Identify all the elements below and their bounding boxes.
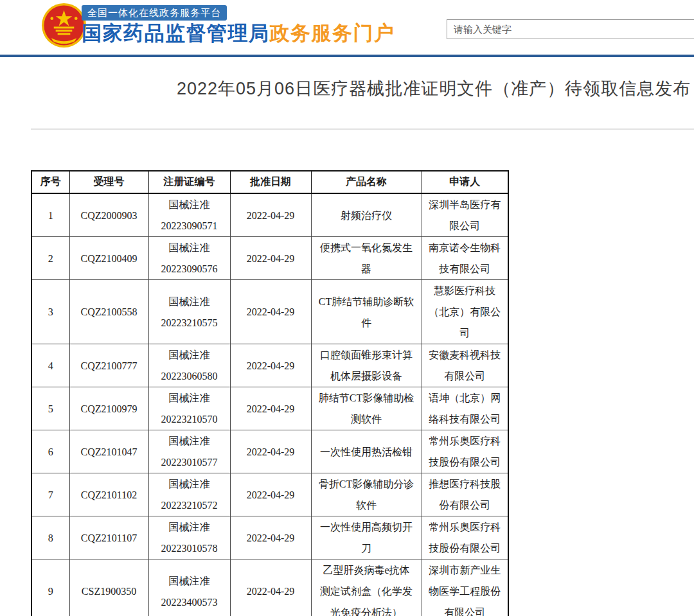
national-emblem-logo: [41, 3, 87, 48]
cell-applicant: 安徽麦科视科技有限公司: [422, 344, 508, 387]
cell-seq: 2: [31, 237, 69, 280]
cell-acceptance-no: CQZ2101047: [69, 430, 148, 473]
cell-applicant: 慧影医疗科技（北京）有限公司: [422, 280, 508, 344]
cell-approval-date: 2022-04-29: [230, 430, 311, 473]
search-input[interactable]: [447, 19, 694, 39]
table-row: 1CQZ2000903国械注准202230905712022-04-29射频治疗…: [31, 193, 508, 237]
reg-cert-prefix: 国械注准: [156, 344, 224, 365]
cell-reg-cert-no: 国械注准20223400573: [148, 559, 230, 616]
reg-cert-number: 20223210575: [156, 312, 224, 333]
table-row: 3CQZ2100558国械注准202232105752022-04-29CT肺结…: [31, 280, 508, 344]
approval-table: 序号受理号注册证编号批准日期产品名称申请人 1CQZ2000903国械注准202…: [31, 170, 509, 616]
cell-acceptance-no: CQZ2100979: [69, 387, 148, 430]
cell-applicant: 深圳市新产业生物医学工程股份有限公司: [422, 559, 508, 616]
column-header: 注册证编号: [148, 171, 230, 193]
cell-seq: 1: [31, 193, 69, 237]
reg-cert-number: 20223210572: [156, 495, 224, 516]
cell-seq: 3: [31, 280, 69, 344]
cell-acceptance-no: CQZ2000903: [69, 193, 148, 237]
cell-product-name: 一次性使用高频切开刀: [311, 516, 422, 559]
reg-cert-number: 20223400573: [156, 592, 224, 613]
reg-cert-number: 20223090576: [156, 258, 224, 279]
cell-seq: 9: [31, 559, 69, 616]
reg-cert-prefix: 国械注准: [156, 473, 224, 495]
reg-cert-prefix: 国械注准: [156, 387, 224, 409]
cell-seq: 6: [31, 430, 69, 473]
cell-applicant: 常州乐奥医疗科技股份有限公司: [422, 516, 508, 559]
cell-approval-date: 2022-04-29: [230, 237, 311, 280]
table-header-row: 序号受理号注册证编号批准日期产品名称申请人: [31, 171, 508, 193]
reg-cert-number: 20223060580: [156, 365, 224, 387]
reg-cert-number: 20223210570: [156, 409, 224, 430]
site-name: 国家药品监督管理局: [82, 22, 270, 44]
title-divider: [31, 128, 694, 130]
reg-cert-prefix: 国械注准: [156, 194, 224, 215]
reg-cert-prefix: 国械注准: [156, 237, 224, 258]
reg-cert-prefix: 国械注准: [156, 570, 224, 592]
header-titles: 全国一体化在线政务服务平台 国家药品监督管理局政务服务门户: [82, 5, 395, 44]
table-row: 4CQZ2100777国械注准202230605802022-04-29口腔颌面…: [31, 344, 508, 387]
reg-cert-prefix: 国械注准: [156, 291, 224, 312]
reg-cert-number: 20223010578: [156, 538, 224, 559]
cell-acceptance-no: CQZ2100777: [69, 344, 148, 387]
cell-applicant: 推想医疗科技股份有限公司: [422, 473, 508, 516]
cell-seq: 5: [31, 387, 69, 430]
header-divider-bar: [0, 55, 694, 57]
cell-approval-date: 2022-04-29: [230, 473, 311, 516]
cell-product-name: 射频治疗仪: [311, 193, 422, 237]
cell-applicant: 南京诺令生物科技有限公司: [422, 237, 508, 280]
reg-cert-number: 20223090571: [156, 215, 224, 236]
cell-approval-date: 2022-04-29: [230, 193, 311, 237]
column-header: 批准日期: [230, 171, 311, 193]
cell-seq: 4: [31, 344, 69, 387]
reg-cert-prefix: 国械注准: [156, 430, 224, 452]
cell-product-name: 一次性使用热活检钳: [311, 430, 422, 473]
table-row: 8CQZ2101107国械注准202230105782022-04-29一次性使…: [31, 516, 508, 559]
cell-product-name: 乙型肝炎病毒e抗体测定试剂盒（化学发光免疫分析法）: [311, 559, 422, 616]
cell-applicant: 语坤（北京）网络科技有限公司: [422, 387, 508, 430]
cell-reg-cert-no: 国械注准20223210575: [148, 280, 230, 344]
column-header: 产品名称: [311, 171, 422, 193]
cell-reg-cert-no: 国械注准20223090576: [148, 237, 230, 280]
cell-acceptance-no: CQZ2101107: [69, 516, 148, 559]
reg-cert-number: 20223010577: [156, 452, 224, 473]
column-header: 序号: [31, 171, 69, 193]
table-row: 7CQZ2101102国械注准202232105722022-04-29骨折CT…: [31, 473, 508, 516]
cell-applicant: 深圳半岛医疗有限公司: [422, 193, 508, 237]
cell-reg-cert-no: 国械注准20223210570: [148, 387, 230, 430]
cell-reg-cert-no: 国械注准20223010577: [148, 430, 230, 473]
cell-acceptance-no: CQZ2101102: [69, 473, 148, 516]
cell-acceptance-no: CSZ1900350: [69, 559, 148, 616]
cell-product-name: 便携式一氧化氮发生器: [311, 237, 422, 280]
cell-seq: 7: [31, 473, 69, 516]
reg-cert-prefix: 国械注准: [156, 516, 224, 538]
cell-product-name: 肺结节CT影像辅助检测软件: [311, 387, 422, 430]
cell-approval-date: 2022-04-29: [230, 344, 311, 387]
cell-product-name: CT肺结节辅助诊断软件: [311, 280, 422, 344]
page-title: 2022年05月06日医疗器械批准证明文件（准产）待领取信息发布: [177, 77, 691, 100]
cell-approval-date: 2022-04-29: [230, 387, 311, 430]
table-row: 6CQZ2101047国械注准202230105772022-04-29一次性使…: [31, 430, 508, 473]
cell-reg-cert-no: 国械注准20223210572: [148, 473, 230, 516]
site-name-suffix: 政务服务门户: [270, 22, 395, 44]
table-row: 2CQZ2100409国械注准202230905762022-04-29便携式一…: [31, 237, 508, 280]
column-header: 申请人: [422, 171, 508, 193]
cell-acceptance-no: CQZ2100409: [69, 237, 148, 280]
cell-acceptance-no: CQZ2100558: [69, 280, 148, 344]
cell-reg-cert-no: 国械注准20223090571: [148, 193, 230, 237]
cell-approval-date: 2022-04-29: [230, 516, 311, 559]
table-row: 9CSZ1900350国械注准202234005732022-04-29乙型肝炎…: [31, 559, 508, 616]
cell-applicant: 常州乐奥医疗科技股份有限公司: [422, 430, 508, 473]
platform-badge: 全国一体化在线政务服务平台: [82, 5, 227, 21]
cell-seq: 8: [31, 516, 69, 559]
cell-approval-date: 2022-04-29: [230, 280, 311, 344]
site-title: 国家药品监督管理局政务服务门户: [82, 22, 395, 44]
cell-product-name: 骨折CT影像辅助分诊软件: [311, 473, 422, 516]
cell-reg-cert-no: 国械注准20223060580: [148, 344, 230, 387]
cell-product-name: 口腔颌面锥形束计算机体层摄影设备: [311, 344, 422, 387]
table-body: 1CQZ2000903国械注准202230905712022-04-29射频治疗…: [31, 193, 508, 616]
site-header: 全国一体化在线政务服务平台 国家药品监督管理局政务服务门户: [0, 0, 694, 55]
column-header: 受理号: [69, 171, 148, 193]
cell-approval-date: 2022-04-29: [230, 559, 311, 616]
cell-reg-cert-no: 国械注准20223010578: [148, 516, 230, 559]
